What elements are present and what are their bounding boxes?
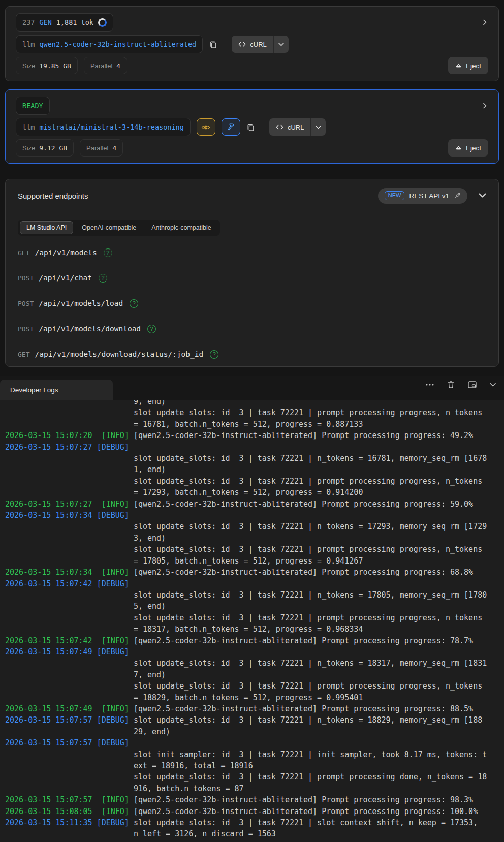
log-timestamp-level <box>5 477 134 486</box>
eject-button[interactable]: Eject <box>448 57 488 74</box>
endpoint-row: POST/api/v1/chat? <box>18 265 486 291</box>
log-message: [qwen2.5-coder-32b-instruct-abliterated]… <box>134 795 473 804</box>
curl-button[interactable]: cURL <box>269 118 326 136</box>
api-identifier-chip[interactable]: llm mistralai/ministral-3-14b-reasoning <box>16 118 191 136</box>
log-line: 2026-03-15 15:07:20 [INFO] [qwen2.5-code… <box>5 430 504 441</box>
log-message: slot update_slots: id 3 | task 72221 | p… <box>134 408 482 417</box>
log-line: 2026-03-15 15:07:27 [INFO] [qwen2.5-code… <box>5 498 504 510</box>
lm-studio-developer-page: 237 GEN 1,881 tok llm qwen2.5-coder-32b-… <box>0 0 504 842</box>
log-timestamp-level <box>5 681 134 691</box>
tab-anthropic-compatible[interactable]: Anthropic-compatible <box>145 221 217 234</box>
curl-label: cURL <box>288 123 304 131</box>
endpoint-tabs: LM Studio APIOpenAI-compatibleAnthropic-… <box>18 220 220 236</box>
clear-logs-button[interactable] <box>447 381 455 389</box>
log-line: 7, end) <box>5 669 504 680</box>
help-icon[interactable]: ? <box>130 299 138 308</box>
copy-icon[interactable] <box>246 123 255 132</box>
collapse-section-chevron-icon[interactable] <box>479 193 486 198</box>
rest-api-version-button[interactable]: NEW REST API v1 <box>378 188 467 204</box>
help-icon[interactable]: ? <box>99 274 107 283</box>
rocket-icon <box>454 192 461 199</box>
tab-openai-compatible[interactable]: OpenAI-compatible <box>75 221 143 234</box>
log-timestamp-level <box>5 625 134 634</box>
logs-header: Developer Logs <box>0 376 504 400</box>
size-label: Size <box>22 144 35 152</box>
log-timestamp-level: 2026-03-15 15:07:27 [INFO] <box>5 500 134 509</box>
ready-status-chip: READY <box>16 97 50 115</box>
log-timestamp-level <box>5 545 134 554</box>
log-line: slot update_slots: id 3 | task 72221 | p… <box>5 680 504 692</box>
eye-icon <box>201 124 210 131</box>
tool-use-capability-button[interactable] <box>222 118 240 136</box>
log-message: slot init_sampler: id 3 | task 72221 | i… <box>134 750 487 759</box>
hammer-icon <box>227 123 235 131</box>
log-message: [qwen2.5-coder-32b-instruct-abliterated]… <box>134 431 473 440</box>
log-timestamp-level <box>5 772 134 782</box>
chevron-down-icon[interactable] <box>311 118 326 136</box>
eject-button[interactable]: Eject <box>448 139 488 157</box>
size-label: Size <box>22 62 35 70</box>
chevron-down-icon[interactable] <box>274 36 289 53</box>
log-line: 2026-03-15 15:07:49 [DEBUG] <box>5 646 504 658</box>
eject-icon <box>455 63 462 69</box>
model-type-label: llm <box>22 40 35 48</box>
curl-label: cURL <box>250 41 267 48</box>
api-identifier-chip[interactable]: llm qwen2.5-coder-32b-instruct-abliterat… <box>16 35 203 53</box>
loading-spinner-icon <box>98 18 107 27</box>
log-message: 9, end) <box>134 400 166 406</box>
vision-capability-button[interactable] <box>197 118 215 136</box>
log-timestamp-level <box>5 727 134 736</box>
divider <box>18 212 486 212</box>
help-icon[interactable]: ? <box>147 325 156 333</box>
help-icon[interactable]: ? <box>104 248 112 257</box>
log-line: slot update_slots: id 3 | task 72221 | p… <box>5 612 504 623</box>
logs-tab-label: Developer Logs <box>10 386 58 394</box>
log-timestamp-level: 2026-03-15 15:07:57 [DEBUG] <box>5 738 134 747</box>
help-icon[interactable]: ? <box>210 350 218 359</box>
endpoint-method: GET <box>18 249 29 257</box>
log-message: slot update_slots: id 3 | task 72221 | n… <box>134 659 487 668</box>
log-line: 2026-03-15 15:07:57 [DEBUG] <box>5 737 504 749</box>
picture-in-picture-icon <box>468 381 477 388</box>
popout-logs-button[interactable] <box>468 381 477 388</box>
endpoint-path: /api/v1/models <box>35 248 97 257</box>
log-timestamp-level: 2026-03-15 15:07:49 [DEBUG] <box>5 647 134 657</box>
log-timestamp-level <box>5 408 134 417</box>
log-message: slot update_slots: id 3 | task 72221 | n… <box>134 590 487 600</box>
log-line: 2026-03-15 15:07:34 [DEBUG] <box>5 510 504 521</box>
log-message: = 17293, batch.n_tokens = 512, progress … <box>134 488 363 497</box>
trash-icon <box>447 381 455 389</box>
log-message: [qwen2.5-coder-32b-instruct-abliterated]… <box>134 704 473 713</box>
chevron-right-icon[interactable] <box>481 102 488 109</box>
size-value: 9.12 GB <box>39 144 67 152</box>
log-timestamp-level <box>5 750 134 759</box>
log-line: 2026-03-15 15:08:05 [INFO] [qwen2.5-code… <box>5 806 504 817</box>
log-message: slot update_slots: id 3 | task 72221 | p… <box>134 772 487 782</box>
collapse-logs-chevron-icon[interactable] <box>490 383 496 387</box>
ellipsis-icon <box>426 384 434 386</box>
size-chip: Size 19.85 GB <box>16 57 78 74</box>
endpoint-row: POST/api/v1/models/download? <box>18 316 486 341</box>
logs-scroll-area[interactable]: 9, end) slot update_slots: id 3 | task 7… <box>0 400 504 842</box>
code-icon <box>276 124 284 130</box>
log-timestamp-level <box>5 556 134 566</box>
tab-lm-studio-api[interactable]: LM Studio API <box>20 221 73 234</box>
chevron-right-icon[interactable] <box>481 19 488 26</box>
log-message: slot update_slots: id 3 | task 72221 | s… <box>134 818 478 827</box>
log-line: slot update_slots: id 3 | task 72221 | p… <box>5 407 504 418</box>
endpoint-row: GET/api/v1/models? <box>18 240 486 265</box>
log-message: = 17805, batch.n_tokens = 512, progress … <box>134 556 363 566</box>
log-timestamp-level <box>5 670 134 679</box>
code-icon <box>238 41 246 47</box>
log-timestamp-level <box>5 590 134 600</box>
curl-button[interactable]: cURL <box>232 36 289 53</box>
tab-developer-logs[interactable]: Developer Logs <box>0 380 113 400</box>
parallel-value: 4 <box>112 144 116 152</box>
log-timestamp-level <box>5 454 134 463</box>
logs-menu-button[interactable] <box>426 384 434 386</box>
rest-api-label: REST API v1 <box>409 192 449 200</box>
copy-icon[interactable] <box>209 40 217 49</box>
log-timestamp-level <box>5 784 134 793</box>
log-message: slot update_slots: id 3 | task 72221 | n… <box>134 522 487 531</box>
log-timestamp-level <box>5 602 134 611</box>
